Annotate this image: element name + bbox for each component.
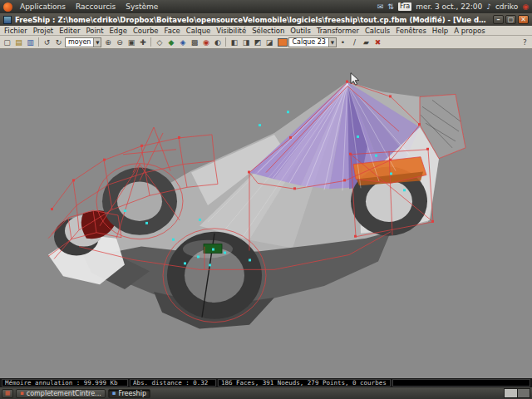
- menu-calque[interactable]: Calque: [186, 27, 211, 35]
- menu-apropos[interactable]: A propos: [454, 27, 485, 35]
- undo-icon[interactable]: ↺: [42, 37, 52, 47]
- view-top-icon[interactable]: ◩: [252, 37, 263, 47]
- menu-fenetres[interactable]: Fenêtres: [396, 27, 426, 35]
- zoom-extents-icon[interactable]: ▣: [126, 37, 136, 47]
- panel-menu-applications[interactable]: Applications: [17, 2, 68, 12]
- username-label[interactable]: cdriko: [495, 2, 518, 11]
- desktop: Applications Raccourcis Système ✉ ⇅ Fra …: [0, 0, 532, 399]
- precision-dropdown[interactable]: moyen ▼: [65, 37, 101, 47]
- window-controls: – ▢ ✕: [493, 15, 529, 24]
- workspace-switcher: [504, 388, 530, 398]
- save-file-icon[interactable]: ▥: [25, 37, 36, 47]
- network-icon[interactable]: ⇅: [387, 2, 394, 11]
- taskbar-window-completementcintre[interactable]: ▪ completementCintre...: [16, 389, 106, 398]
- help-icon[interactable]: ?: [520, 37, 530, 47]
- menu-point[interactable]: Point: [86, 27, 103, 35]
- layer-value: Calque 23: [292, 38, 326, 46]
- toolbar-separator: [225, 37, 226, 47]
- maximize-button[interactable]: ▢: [505, 15, 516, 24]
- interior-view-icon[interactable]: ◐: [212, 37, 223, 47]
- new-face-icon[interactable]: ▰: [361, 37, 372, 47]
- precision-value: moyen: [68, 38, 91, 46]
- mouse-cursor: [351, 73, 359, 85]
- workspace-2[interactable]: [517, 389, 530, 397]
- velomobile-model[interactable]: [0, 49, 532, 378]
- taskbar-window-freeship[interactable]: ▪ Freeship: [108, 389, 150, 398]
- statusbar: Mémoire annulation : 99.999 Kb Abs. dist…: [0, 378, 532, 387]
- add-point-icon[interactable]: •: [337, 37, 348, 47]
- toolbar-separator: [150, 37, 151, 47]
- toolbar: ▢ ▤ ▥ ↺ ↻ moyen ▼ ⊕ ⊖ ▣ ✚ ◇ ◆ ◈ ▩ ◉ ◐ ◧ …: [0, 36, 532, 49]
- toolbar-separator: [38, 37, 39, 47]
- layer-dropdown[interactable]: Calque 23 ▼: [288, 37, 337, 47]
- perspective-viewport[interactable]: [0, 49, 532, 378]
- window-icon: ▪: [112, 390, 116, 397]
- menu-outils[interactable]: Outils: [290, 27, 311, 35]
- menu-projet[interactable]: Projet: [33, 27, 53, 35]
- zoom-in-icon[interactable]: ⊕: [102, 37, 113, 47]
- window-label: completementCintre...: [27, 390, 101, 397]
- new-file-icon[interactable]: ▢: [2, 37, 12, 47]
- workspace-1[interactable]: [505, 389, 517, 397]
- chevron-down-icon: ▼: [328, 38, 336, 47]
- zoom-out-icon[interactable]: ⊖: [114, 37, 125, 47]
- status-model-counts: 186 Faces, 391 Noeuds, 279 Points, 0 cou…: [218, 379, 391, 387]
- volume-icon[interactable]: ♪: [486, 2, 491, 11]
- menu-visibilite[interactable]: Visibilité: [216, 27, 246, 35]
- zebra-shading-icon[interactable]: ▩: [189, 37, 200, 47]
- window-titlebar[interactable]: FreeShip : Z:\home\cdriko\Dropbox\Boitav…: [0, 13, 532, 26]
- wireframe-view-icon[interactable]: ◇: [154, 37, 165, 47]
- menubar: Fichier Projet Editer Point Edge Courbe …: [0, 26, 532, 36]
- close-button[interactable]: ✕: [518, 15, 529, 24]
- gauss-curvature-icon[interactable]: ◈: [177, 37, 188, 47]
- chevron-down-icon: ▼: [93, 38, 101, 47]
- delete-icon[interactable]: ✖: [372, 37, 383, 47]
- view-side-icon[interactable]: ◨: [240, 37, 251, 47]
- taskbar: ▦ ▪ completementCintre... ▪ Freeship: [0, 387, 532, 399]
- panel-menu-places[interactable]: Raccourcis: [73, 2, 118, 12]
- status-distance: Abs. distance : 0.32: [130, 379, 216, 387]
- minimize-button[interactable]: –: [493, 15, 504, 24]
- menu-fichier[interactable]: Fichier: [4, 27, 27, 35]
- panel-menu-system[interactable]: Système: [123, 2, 160, 12]
- clock[interactable]: mer. 3 oct., 22:00: [416, 2, 482, 11]
- taskbar-launcher-button[interactable]: ▦: [2, 389, 13, 398]
- menu-calculs[interactable]: Calculs: [365, 27, 390, 35]
- view-perspective-icon[interactable]: ◪: [264, 37, 274, 47]
- system-tray: ✉ ⇅ Fra mer. 3 oct., 22:00 ♪ cdriko ◉: [377, 2, 529, 11]
- top-panel: Applications Raccourcis Système ✉ ⇅ Fra …: [0, 0, 532, 13]
- power-icon[interactable]: ◉: [522, 2, 529, 11]
- rear-wheel-hub: [366, 180, 412, 222]
- layer-color-swatch[interactable]: [278, 38, 288, 47]
- mail-icon[interactable]: ✉: [377, 2, 384, 11]
- insert-edge-icon[interactable]: /: [349, 37, 360, 47]
- freeship-app-icon: [3, 16, 12, 24]
- developability-icon[interactable]: ◉: [200, 37, 211, 47]
- status-filler: [392, 379, 530, 387]
- menu-face[interactable]: Face: [165, 27, 180, 35]
- menu-transformer[interactable]: Transformer: [317, 27, 359, 35]
- menu-selection[interactable]: Sélection: [252, 27, 284, 35]
- window-title: FreeShip : Z:\home\cdriko\Dropbox\Boitav…: [15, 16, 490, 24]
- menu-courbe[interactable]: Courbe: [133, 27, 159, 35]
- status-undo-memory: Mémoire annulation : 99.999 Kb: [2, 379, 128, 387]
- menu-editer[interactable]: Editer: [59, 27, 80, 35]
- shaded-view-icon[interactable]: ◆: [165, 37, 176, 47]
- menu-edge[interactable]: Edge: [110, 27, 127, 35]
- view-front-icon[interactable]: ◧: [229, 37, 239, 47]
- open-file-icon[interactable]: ▤: [13, 37, 24, 47]
- keyboard-layout-indicator[interactable]: Fra: [398, 2, 411, 11]
- pan-icon[interactable]: ✚: [137, 37, 148, 47]
- window-icon: ▪: [20, 390, 24, 397]
- distro-logo-icon[interactable]: [3, 2, 12, 12]
- window-label: Freeship: [118, 390, 146, 397]
- redo-icon[interactable]: ↻: [53, 37, 64, 47]
- menu-help[interactable]: Help: [432, 27, 448, 35]
